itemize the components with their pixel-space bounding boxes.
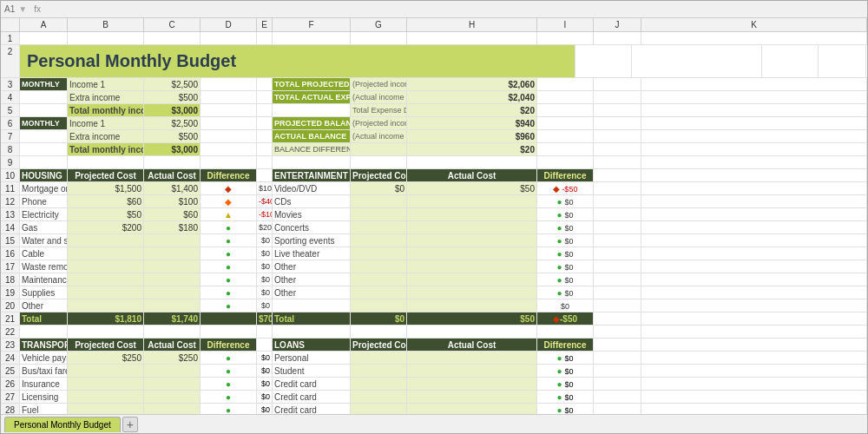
data-rows: 11 Mortgage or rent $1,500 $1,400 ◆ $100… bbox=[1, 182, 867, 414]
sheet-tab[interactable]: Personal Monthly Budget bbox=[4, 417, 121, 432]
row-17: 17 Waste removal ● $0 Other ● $0 bbox=[1, 260, 867, 273]
top-bar: A1 ▼ fx bbox=[1, 1, 867, 18]
actual-income-label: ACTUALMONTHLYINCOME bbox=[20, 117, 68, 129]
housing-row-dot: ● bbox=[201, 221, 257, 233]
housing-row-projected bbox=[68, 273, 144, 286]
actual-extra-value: $500 bbox=[144, 130, 201, 142]
row-8: 8 Total monthly income $3,000 BALANCE DI… bbox=[1, 143, 867, 156]
income1-label: Income 1 bbox=[68, 78, 144, 90]
row-12: 12 Phone $60 $100 ◆ -$40 CDs ● $0 bbox=[1, 195, 867, 208]
entertainment-row-projected: $0 bbox=[351, 182, 407, 194]
entertainment-total-projected: $0 bbox=[351, 312, 407, 325]
housing-row-dot: ● bbox=[201, 286, 257, 299]
row-15: 15 Water and sewer ● $0 Sporting events … bbox=[1, 234, 867, 247]
row-5: 5 Total monthly income $3,000 Total Expe… bbox=[1, 104, 867, 117]
row-19: 19 Supplies ● $0 Other ● $0 bbox=[1, 286, 867, 299]
total-monthly-label: Total monthly income bbox=[68, 104, 144, 116]
entertainment-row-projected bbox=[351, 234, 407, 247]
total-projected-expense-desc: (Projected income minus expenses) bbox=[351, 78, 407, 90]
entertainment-total-label: Total bbox=[273, 312, 351, 325]
housing-row-projected: $60 bbox=[68, 195, 144, 207]
entertainment-diff-header: Difference bbox=[537, 169, 594, 181]
total-expense-diff-value: $20 bbox=[407, 104, 537, 116]
housing-row-dot: ● bbox=[201, 260, 257, 273]
housing-row-actual bbox=[144, 247, 201, 260]
housing-row-dot: ▲ bbox=[201, 208, 257, 220]
row-16: 16 Cable ● $0 Live theater ● $0 bbox=[1, 247, 867, 260]
projected-income-label: PROJECTEDMONTHLYINCOME bbox=[20, 78, 68, 90]
col-G: G bbox=[351, 18, 407, 31]
housing-row-label: Other bbox=[20, 299, 68, 312]
col-D: D bbox=[201, 18, 257, 31]
entertainment-row-projected bbox=[351, 299, 407, 312]
entertainment-row-actual bbox=[407, 273, 537, 286]
entertainment-row-projected bbox=[351, 286, 407, 299]
entertainment-row-label bbox=[273, 299, 351, 312]
row-3: 3 PROJECTEDMONTHLYINCOME Income 1 $2,500… bbox=[1, 78, 867, 91]
entertainment-row-label: Sporting events bbox=[273, 234, 351, 247]
housing-row-projected bbox=[68, 234, 144, 247]
row-25: 25 Bus/taxi fare ● $0 Student ● $0 bbox=[1, 365, 867, 378]
row-13: 13 Electricity $50 $60 ▲ -$10 Movies ● $… bbox=[1, 208, 867, 221]
extra-income-label: Extra income bbox=[68, 91, 144, 103]
entertainment-row-actual bbox=[407, 195, 537, 207]
actual-income1-value: $2,500 bbox=[144, 117, 201, 129]
housing-row-actual: $180 bbox=[144, 221, 201, 233]
housing-row-label: Supplies bbox=[20, 286, 68, 299]
projected-balance-value: $940 bbox=[407, 117, 537, 129]
entertainment-row-projected bbox=[351, 221, 407, 233]
entertainment-row-projected bbox=[351, 273, 407, 286]
housing-row-label: Maintenance or repairs bbox=[20, 273, 68, 286]
extra-income-value: $500 bbox=[144, 91, 201, 103]
housing-projected-header: Projected Cost bbox=[68, 169, 144, 181]
housing-row-projected bbox=[68, 260, 144, 273]
housing-row-actual bbox=[144, 260, 201, 273]
col-I: I bbox=[537, 18, 594, 31]
housing-row-actual bbox=[144, 234, 201, 247]
housing-row-actual bbox=[144, 286, 201, 299]
housing-row-actual bbox=[144, 273, 201, 286]
add-sheet-button[interactable]: + bbox=[122, 417, 138, 432]
housing-row-projected: $1,500 bbox=[68, 182, 144, 194]
housing-row-actual: $1,400 bbox=[144, 182, 201, 194]
housing-total-diff: $70 bbox=[257, 312, 273, 325]
row-4: 4 Extra income $500 TOTAL ACTUAL EXPENSE… bbox=[1, 91, 867, 104]
total-actual-expense-value: $2,040 bbox=[407, 91, 537, 103]
actual-balance-value: $960 bbox=[407, 130, 537, 142]
housing-row-projected bbox=[68, 247, 144, 260]
entertainment-row-projected bbox=[351, 195, 407, 207]
housing-row-dot: ◆ bbox=[201, 195, 257, 207]
entertainment-row-label: Concerts bbox=[273, 221, 351, 233]
row-7: 7 Extra income $500 ACTUAL BALANCE (Actu… bbox=[1, 130, 867, 143]
housing-row-dot: ◆ bbox=[201, 182, 257, 194]
col-rest: K bbox=[641, 18, 867, 31]
entertainment-row-actual bbox=[407, 234, 537, 247]
housing-row-dot: ● bbox=[201, 247, 257, 260]
entertainment-row-actual bbox=[407, 221, 537, 233]
sheet-body: 1 2 Personal Monthly Budget bbox=[1, 32, 867, 414]
row-11: 11 Mortgage or rent $1,500 $1,400 ◆ $100… bbox=[1, 182, 867, 195]
row-10: 10 HOUSING Projected Cost Actual Cost Di… bbox=[1, 169, 867, 182]
projected-balance-desc: (Projected income minus expenses) bbox=[351, 117, 407, 129]
col-E: E bbox=[257, 18, 273, 31]
transportation-loans-headers: 23 TRANSPORTATION Projected Cost Actual … bbox=[1, 339, 867, 352]
row-24: 24 Vehicle payment $250 $250 ● $0 Person… bbox=[1, 352, 867, 365]
entertainment-row-projected bbox=[351, 247, 407, 260]
total-monthly-value: $3,000 bbox=[144, 104, 201, 116]
housing-row-actual: $60 bbox=[144, 208, 201, 220]
entertainment-row-actual bbox=[407, 208, 537, 220]
sheet-area: A B C D E F G H I J K 1 bbox=[1, 18, 867, 414]
transportation-section-header: TRANSPORTATION bbox=[20, 339, 68, 351]
row-1: 1 bbox=[1, 32, 867, 45]
actual-total-value: $3,000 bbox=[144, 143, 201, 155]
housing-row-projected: $50 bbox=[68, 208, 144, 220]
housing-row-projected bbox=[68, 299, 144, 312]
housing-row-label: Cable bbox=[20, 247, 68, 260]
total-projected-expense-value: $2,060 bbox=[407, 78, 537, 90]
housing-row-label: Waste removal bbox=[20, 260, 68, 273]
actual-income1-label: Income 1 bbox=[68, 117, 144, 129]
housing-row-projected: $200 bbox=[68, 221, 144, 233]
entertainment-total-actual: $50 bbox=[407, 312, 537, 325]
projected-balance-label: PROJECTED BALANCE bbox=[273, 117, 351, 129]
balance-diff-value: $20 bbox=[407, 143, 537, 155]
